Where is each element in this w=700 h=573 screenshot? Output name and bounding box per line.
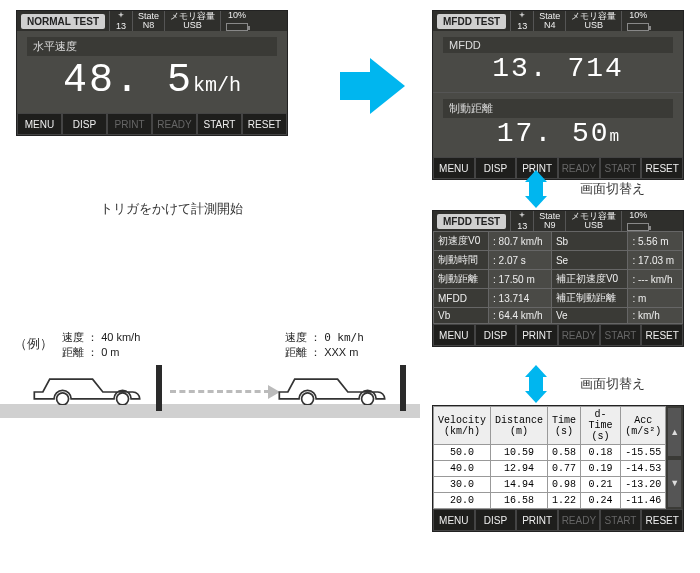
trigger-caption: トリガをかけて計測開始 <box>100 200 243 218</box>
state-status: StateN8 <box>132 11 164 31</box>
param-label: Ve <box>551 308 628 324</box>
disp-button[interactable]: DISP <box>475 509 517 531</box>
scroll-up-button[interactable]: ▲ <box>668 408 681 456</box>
param-value: : m <box>628 289 683 308</box>
cell: 1.22 <box>548 493 581 509</box>
statusbar: NORMAL TEST 13 StateN8 メモリ容量USB 10% <box>17 11 287 31</box>
cell: 0.18 <box>581 445 621 461</box>
reset-button[interactable]: RESET <box>641 509 683 531</box>
table-row: 40.012.940.770.19-14.53 <box>434 461 666 477</box>
param-label: Vb <box>434 308 489 324</box>
cell: 0.21 <box>581 477 621 493</box>
print-button[interactable]: PRINT <box>516 509 558 531</box>
reset-button[interactable]: RESET <box>641 324 683 346</box>
state-status: StateN4 <box>533 11 565 31</box>
cell: 12.94 <box>491 461 548 477</box>
button-bar: MENUDISPPRINTREADYSTARTRESET <box>17 113 287 135</box>
cell: -13.20 <box>621 477 666 493</box>
statusbar: MFDD TEST 13 StateN9 メモリ容量USB 10% <box>433 211 683 231</box>
button-bar: MENUDISPPRINTREADYSTARTRESET <box>433 509 683 531</box>
main-readout: 水平速度 48. 5km/h <box>17 31 287 113</box>
arrow-updown-icon <box>525 375 547 393</box>
satellite-icon <box>115 11 127 20</box>
readout-mfdd: MFDD 13. 714 <box>433 31 683 92</box>
param-label: 初速度V0 <box>434 232 489 251</box>
param-value: : 2.07 s <box>489 251 552 270</box>
menu-button[interactable]: MENU <box>17 113 62 135</box>
statusbar: MFDD TEST 13 StateN4 メモリ容量USB 10% <box>433 11 683 31</box>
battery-icon <box>627 23 649 31</box>
metric-value: 17. 50m <box>443 118 673 151</box>
param-label: Sb <box>551 232 628 251</box>
ready-button: READY <box>152 113 197 135</box>
start-button[interactable]: START <box>197 113 242 135</box>
reset-button[interactable]: RESET <box>641 157 683 179</box>
wall-marker-1 <box>156 365 162 411</box>
car-before-icon <box>30 362 150 407</box>
scrollbar: ▲ ▼ <box>666 406 683 509</box>
readout-distance: 制動距離 17. 50m <box>433 92 683 157</box>
disp-button[interactable]: DISP <box>62 113 107 135</box>
panel-data-table: Velocity(km/h)Distance(m)Time(s)d-Time(s… <box>432 405 684 532</box>
switch-caption: 画面切替え <box>580 180 645 198</box>
cell: 14.94 <box>491 477 548 493</box>
memory-status: メモリ容量USB <box>164 11 220 31</box>
memory-status: メモリ容量USB <box>565 11 621 31</box>
col-header: Time(s) <box>548 407 581 445</box>
metric-label: MFDD <box>443 37 673 53</box>
cell: 20.0 <box>434 493 491 509</box>
cell: 30.0 <box>434 477 491 493</box>
car-after-icon <box>275 362 395 407</box>
start-button: START <box>600 324 642 346</box>
ready-button: READY <box>558 157 600 179</box>
table-row: 20.016.581.220.24-11.46 <box>434 493 666 509</box>
table-row: 30.014.940.980.21-13.20 <box>434 477 666 493</box>
print-button[interactable]: PRINT <box>516 324 558 346</box>
param-label: Se <box>551 251 628 270</box>
satellite-status: 13 <box>109 11 132 31</box>
wall-marker-2 <box>400 365 406 411</box>
button-bar: MENUDISPPRINTREADYSTARTRESET <box>433 157 683 179</box>
start-button: START <box>600 157 642 179</box>
panel-title: NORMAL TEST <box>21 14 105 29</box>
col-header: Velocity(km/h) <box>434 407 491 445</box>
satellite-status: 13 <box>510 211 533 231</box>
cell: 0.77 <box>548 461 581 477</box>
arrow-updown-icon <box>525 180 547 198</box>
metric-label: 制動距離 <box>443 99 673 118</box>
panel-mfdd-summary: MFDD TEST 13 StateN4 メモリ容量USB 10% MFDD 1… <box>432 10 684 180</box>
print-button: PRINT <box>107 113 152 135</box>
disp-button[interactable]: DISP <box>475 324 517 346</box>
param-label: 補正制動距離 <box>551 289 628 308</box>
panel-mfdd-detail: MFDD TEST 13 StateN9 メモリ容量USB 10% 初速度V0:… <box>432 210 684 347</box>
menu-button[interactable]: MENU <box>433 324 475 346</box>
param-value: : 13.714 <box>489 289 552 308</box>
panel-title: MFDD TEST <box>437 14 506 29</box>
svg-point-3 <box>362 393 374 405</box>
col-header: Acc(m/s²) <box>621 407 666 445</box>
cell: -14.53 <box>621 461 666 477</box>
disp-button[interactable]: DISP <box>475 157 517 179</box>
reset-button[interactable]: RESET <box>242 113 287 135</box>
switch-caption: 画面切替え <box>580 375 645 393</box>
cell: 0.98 <box>548 477 581 493</box>
cell: 16.58 <box>491 493 548 509</box>
cell: 0.24 <box>581 493 621 509</box>
sat-count: 13 <box>116 22 126 31</box>
table-row: 50.010.590.580.18-15.55 <box>434 445 666 461</box>
cell: -15.55 <box>621 445 666 461</box>
col-header: d-Time(s) <box>581 407 621 445</box>
cell: 0.58 <box>548 445 581 461</box>
svg-point-2 <box>302 393 314 405</box>
arrow-right-icon <box>370 58 405 114</box>
battery-status: 10% <box>621 211 654 231</box>
ready-button: READY <box>558 324 600 346</box>
cell: 40.0 <box>434 461 491 477</box>
param-label: 補正初速度V0 <box>551 270 628 289</box>
scroll-down-button[interactable]: ▼ <box>668 460 681 508</box>
battery-pct: 10% <box>228 11 246 20</box>
memory-status: メモリ容量USB <box>565 211 621 231</box>
menu-button[interactable]: MENU <box>433 157 475 179</box>
svg-point-0 <box>57 393 69 405</box>
menu-button[interactable]: MENU <box>433 509 475 531</box>
